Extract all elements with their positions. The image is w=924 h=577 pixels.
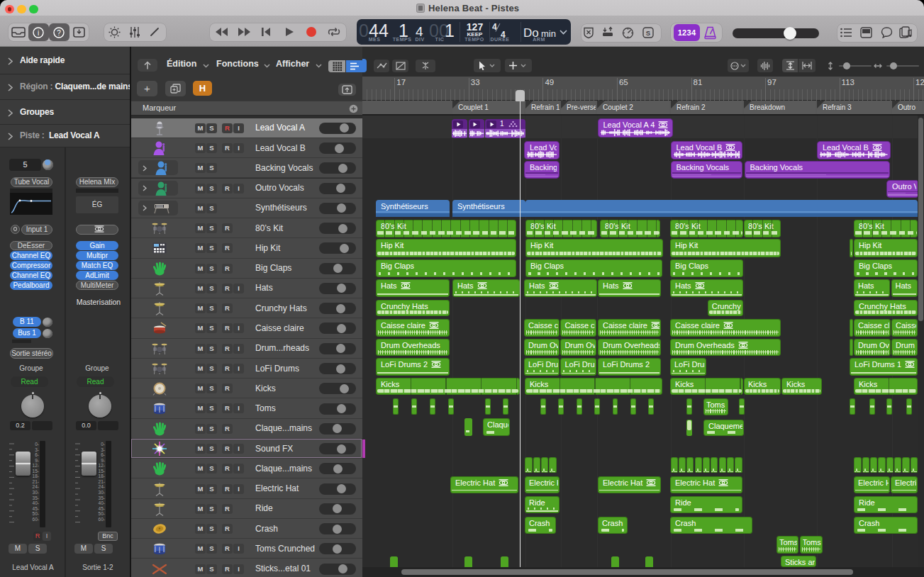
svg-text:i: i — [38, 28, 39, 36]
svg-text:S: S — [646, 29, 650, 37]
svg-text:?: ? — [57, 28, 61, 36]
